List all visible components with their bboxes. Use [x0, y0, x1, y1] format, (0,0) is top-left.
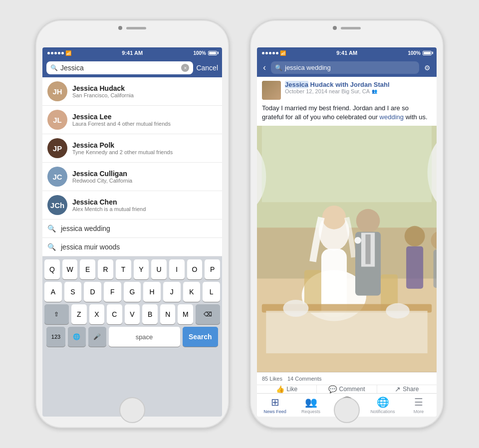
key-d[interactable]: D [84, 282, 101, 302]
key-123[interactable]: 123 [46, 327, 65, 347]
nav-header-right: ‹ 🔍 jessica wedding ⚙ [257, 58, 437, 77]
svg-rect-9 [262, 126, 432, 202]
comment-button[interactable]: 💬 Comment [317, 385, 377, 393]
result-sub-1: San Francisco, California [72, 92, 217, 98]
key-q[interactable]: Q [44, 259, 60, 279]
speaker-bar-right [341, 27, 361, 29]
avatar-2: JL [47, 110, 67, 130]
key-h[interactable]: H [143, 282, 161, 302]
back-button[interactable]: ‹ [261, 62, 268, 73]
key-b[interactable]: B [142, 304, 158, 324]
key-c[interactable]: C [107, 304, 122, 324]
key-z[interactable]: Z [71, 304, 87, 324]
action-buttons-bar: 👍 Like 💬 Comment ↗ Share [257, 385, 437, 393]
search-icon-left: 🔍 [50, 64, 58, 71]
wedding-image-svg [257, 126, 437, 372]
search-key-button[interactable]: Search [183, 327, 219, 347]
search-icon-right: 🔍 [275, 64, 282, 71]
svg-point-23 [283, 300, 308, 317]
status-left-right: 📶 [262, 50, 286, 56]
key-y[interactable]: Y [134, 259, 149, 279]
battery-pct-right: 100% [408, 50, 421, 56]
key-shift[interactable]: ⇧ [44, 304, 69, 324]
result-sub-4: Redwood City, California [72, 178, 217, 184]
key-e[interactable]: E [80, 259, 95, 279]
svg-point-25 [405, 226, 425, 246]
result-item-2[interactable]: JL Jessica Lee Laura Forrest and 4 other… [42, 106, 222, 134]
post-avatar [262, 81, 281, 100]
key-g[interactable]: G [124, 282, 141, 302]
key-space[interactable]: space [109, 327, 180, 347]
nav-requests[interactable]: 👥 Requests [293, 394, 329, 417]
result-sub-3: Tyne Kennedy and 2 other mutual friends [72, 149, 217, 155]
dot2r [265, 52, 268, 54]
suggestion-item-2[interactable]: 🔍 jessica muir woods [42, 238, 222, 256]
share-label: Share [403, 386, 419, 393]
suggestion-icon-1: 🔍 [47, 224, 56, 232]
result-info-2: Jessica Lee Laura Forrest and 4 other mu… [72, 113, 217, 127]
key-a[interactable]: A [44, 282, 62, 302]
result-name-4: Jessica Culligan [72, 170, 217, 178]
friends-icon: 👥 [372, 89, 377, 94]
like-button[interactable]: 👍 Like [257, 385, 317, 393]
key-f[interactable]: F [104, 282, 121, 302]
key-m[interactable]: M [178, 304, 193, 324]
key-globe[interactable]: 🌐 [68, 327, 86, 347]
result-info-1: Jessica Hudack San Francisco, California [72, 84, 217, 98]
search-input-left[interactable]: Jessica [60, 64, 179, 72]
key-o[interactable]: O [187, 259, 203, 279]
key-n[interactable]: N [160, 304, 176, 324]
dot3r [269, 52, 271, 54]
search-bar-right[interactable]: 🔍 jessica wedding [271, 61, 419, 74]
key-backspace[interactable]: ⌫ [196, 304, 220, 324]
status-bar-right: 📶 9:41 AM 100% [257, 47, 437, 58]
cancel-button[interactable]: Cancel [196, 64, 218, 72]
search-input-wrap[interactable]: 🔍 Jessica × [46, 61, 193, 74]
svg-point-14 [356, 209, 380, 233]
nav-more[interactable]: ☰ More [401, 394, 437, 417]
key-i[interactable]: I [169, 259, 185, 279]
key-u[interactable]: U [151, 259, 167, 279]
battery-pct-left: 100% [193, 50, 206, 56]
dot1 [47, 52, 50, 54]
result-item-1[interactable]: JH Jessica Hudack San Francisco, Califor… [42, 77, 222, 106]
signal-dots [47, 52, 64, 54]
key-w[interactable]: W [62, 259, 78, 279]
key-r[interactable]: R [98, 259, 113, 279]
dot1r [262, 52, 264, 54]
notifications-icon: 🌐 [377, 396, 389, 408]
key-l[interactable]: L [203, 282, 220, 302]
result-item-4[interactable]: JC Jessica Culligan Redwood City, Califo… [42, 163, 222, 191]
nav-notifications[interactable]: 🌐 Notifications [365, 394, 401, 417]
newsfeed-icon: ⊞ [271, 396, 279, 408]
battery-fill [209, 52, 216, 54]
suggestion-item-1[interactable]: 🔍 jessica wedding [42, 220, 222, 238]
key-v[interactable]: V [125, 304, 140, 324]
result-item-3[interactable]: JP Jessica Polk Tyne Kennedy and 2 other… [42, 134, 222, 163]
post-meta: Jessica Hudack with Jordan Stahl October… [285, 81, 432, 94]
key-mic[interactable]: 🎤 [88, 327, 106, 347]
key-row-3: ⇧ Z X C V B N M ⌫ [44, 304, 220, 324]
key-k[interactable]: K [183, 282, 201, 302]
key-j[interactable]: J [163, 282, 181, 302]
share-button[interactable]: ↗ Share [377, 385, 437, 393]
post-date: October 12, 2014 near Big Sur, CA 👥 [285, 88, 432, 94]
key-x[interactable]: X [89, 304, 105, 324]
clear-button[interactable]: × [181, 64, 189, 72]
battery-icon-right [423, 51, 432, 55]
camera-dot [118, 26, 122, 30]
post-text: Today I married my best friend. Jordan a… [257, 104, 437, 126]
filter-icon[interactable]: ⚙ [422, 64, 433, 72]
nav-newsfeed[interactable]: ⊞ News Feed [257, 394, 293, 417]
phone-top-notch [35, 26, 229, 30]
key-s[interactable]: S [64, 282, 82, 302]
suggestion-icon-2: 🔍 [47, 243, 56, 251]
result-item-5[interactable]: JCh Jessica Chen Alex Mentch is a mutual… [42, 191, 222, 220]
key-p[interactable]: P [205, 259, 220, 279]
home-button-right[interactable] [334, 397, 360, 423]
wifi-icon-right: 📶 [280, 50, 286, 56]
search-text-right: jessica wedding [285, 64, 331, 71]
key-t[interactable]: T [116, 259, 131, 279]
home-button-left[interactable] [119, 397, 145, 423]
phone-screen-left: 📶 9:41 AM 100% 🔍 Jessica × Cancel [42, 47, 222, 417]
